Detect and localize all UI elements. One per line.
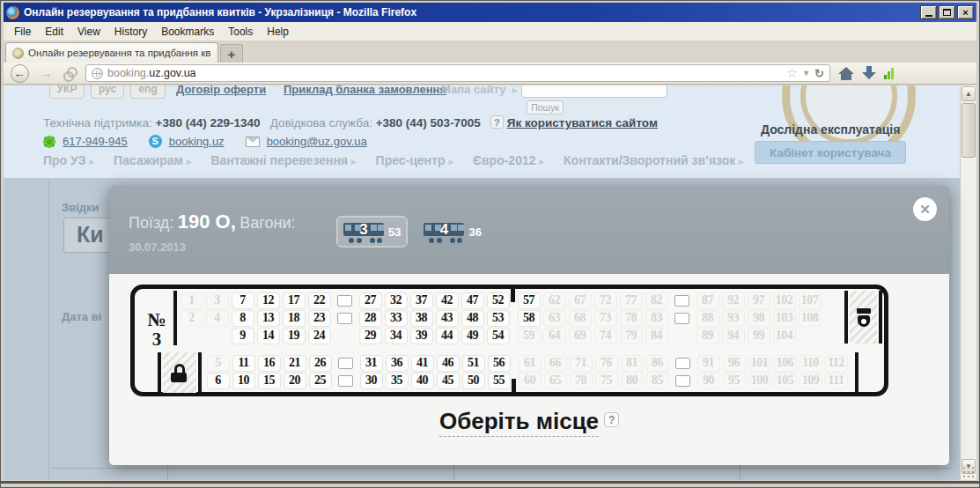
site-nav-item-2[interactable]: Вантажні перевезення▸ bbox=[210, 153, 356, 167]
sitemap-link[interactable]: Мапа сайту ▸ bbox=[441, 85, 518, 96]
menu-file[interactable]: File bbox=[7, 24, 38, 40]
menu-help[interactable]: Help bbox=[260, 24, 296, 40]
seat-24[interactable]: 24 bbox=[308, 328, 331, 344]
seat-23[interactable]: 23 bbox=[308, 310, 331, 327]
site-nav-item-3[interactable]: Прес-центр▸ bbox=[376, 153, 453, 167]
browser-tab[interactable]: Онлайн резервування та придбання квит... bbox=[5, 42, 218, 63]
wagon-button-4[interactable]: 436 bbox=[416, 216, 488, 248]
seat-37[interactable]: 37 bbox=[410, 292, 433, 309]
menu-tools[interactable]: Tools bbox=[221, 24, 260, 40]
back-button[interactable]: ← bbox=[11, 64, 29, 83]
seat-25[interactable]: 25 bbox=[309, 373, 332, 389]
seat-checkbox[interactable] bbox=[672, 358, 695, 369]
seat-33[interactable]: 33 bbox=[385, 310, 408, 327]
seat-11[interactable]: 11 bbox=[232, 355, 255, 372]
seat-46[interactable]: 46 bbox=[437, 355, 460, 372]
scroll-up-button[interactable]: ▲ bbox=[962, 86, 976, 101]
seat-30[interactable]: 30 bbox=[360, 373, 383, 389]
minimize-button[interactable] bbox=[920, 5, 937, 19]
seat-7[interactable]: 7 bbox=[232, 292, 254, 309]
seat-51[interactable]: 51 bbox=[462, 355, 485, 372]
seat-43[interactable]: 43 bbox=[436, 310, 459, 327]
seat-22[interactable]: 22 bbox=[308, 292, 331, 309]
seat-checkbox[interactable] bbox=[334, 313, 357, 324]
seat-42[interactable]: 42 bbox=[436, 292, 459, 309]
menu-bookmarks[interactable]: Bookmarks bbox=[154, 24, 221, 40]
home-button[interactable] bbox=[838, 67, 854, 80]
offer-contract-link[interactable]: Договір оферти bbox=[176, 85, 266, 96]
site-nav-item-4[interactable]: Євро-2012▸ bbox=[473, 153, 544, 167]
seat-54[interactable]: 54 bbox=[487, 328, 510, 344]
seat-36[interactable]: 36 bbox=[386, 355, 409, 372]
seat-13[interactable]: 13 bbox=[257, 310, 280, 327]
lang-button-ukr[interactable]: УКР bbox=[49, 85, 85, 99]
seat-29[interactable]: 29 bbox=[359, 328, 382, 344]
seat-52[interactable]: 52 bbox=[487, 292, 510, 309]
seat-44[interactable]: 44 bbox=[436, 328, 459, 344]
how-to-use-link[interactable]: Як користуватися сайтом bbox=[507, 116, 658, 129]
seat-14[interactable]: 14 bbox=[257, 328, 280, 344]
site-nav-item-0[interactable]: Про УЗ▸ bbox=[43, 153, 94, 167]
seat-21[interactable]: 21 bbox=[284, 355, 306, 372]
url-bar[interactable]: booking.uz.gov.ua ☆ ▼ ↻ bbox=[85, 64, 830, 82]
close-window-button[interactable]: × bbox=[957, 5, 974, 19]
seat-checkbox[interactable] bbox=[335, 375, 357, 387]
seat-48[interactable]: 48 bbox=[461, 310, 484, 327]
seat-47[interactable]: 47 bbox=[461, 292, 484, 309]
seat-18[interactable]: 18 bbox=[283, 310, 306, 327]
reload-icon[interactable]: ↻ bbox=[814, 67, 824, 80]
help-question-icon[interactable]: ? bbox=[490, 115, 504, 129]
site-identity-globe-icon[interactable] bbox=[92, 68, 103, 79]
email-link[interactable]: booking@uz.gov.ua bbox=[267, 135, 367, 148]
seat-31[interactable]: 31 bbox=[360, 355, 383, 372]
order-form-example-link[interactable]: Приклад бланка замовлення bbox=[284, 85, 446, 96]
page-scrollbar[interactable]: ▲ ▼ bbox=[960, 85, 976, 480]
seat-9[interactable]: 9 bbox=[232, 328, 254, 344]
wagon-button-3[interactable]: 353 bbox=[336, 216, 408, 248]
lang-button-eng[interactable]: eng bbox=[130, 85, 166, 99]
seat-checkbox[interactable] bbox=[671, 313, 694, 324]
bookmark-star-icon[interactable]: ☆ bbox=[786, 65, 798, 81]
new-tab-button[interactable]: + bbox=[220, 44, 243, 63]
seat-32[interactable]: 32 bbox=[385, 292, 408, 309]
url-text[interactable]: booking.uz.gov.ua bbox=[107, 67, 782, 79]
seat-45[interactable]: 45 bbox=[437, 373, 460, 389]
seat-12[interactable]: 12 bbox=[257, 292, 280, 309]
download-button[interactable] bbox=[862, 66, 876, 80]
seat-56[interactable]: 56 bbox=[488, 355, 511, 372]
seat-40[interactable]: 40 bbox=[411, 373, 434, 389]
seat-16[interactable]: 16 bbox=[258, 355, 281, 372]
seat-6[interactable]: 6 bbox=[207, 373, 230, 389]
seat-26[interactable]: 26 bbox=[309, 355, 332, 372]
title-bar[interactable]: Онлайн резервування та придбання квитків… bbox=[4, 3, 976, 22]
seat-checkbox[interactable] bbox=[672, 375, 695, 387]
skype-link[interactable]: booking.uz bbox=[169, 135, 225, 148]
icq-number-link[interactable]: 617-949-945 bbox=[63, 135, 128, 148]
seat-27[interactable]: 27 bbox=[359, 292, 382, 309]
seat-28[interactable]: 28 bbox=[359, 310, 382, 327]
seat-19[interactable]: 19 bbox=[283, 328, 306, 344]
seat-38[interactable]: 38 bbox=[410, 310, 433, 327]
seat-20[interactable]: 20 bbox=[284, 373, 306, 389]
seat-15[interactable]: 15 bbox=[258, 373, 281, 389]
menu-view[interactable]: View bbox=[70, 24, 107, 40]
seat-50[interactable]: 50 bbox=[462, 373, 485, 389]
menu-edit[interactable]: Edit bbox=[38, 24, 70, 40]
resize-grip[interactable] bbox=[962, 465, 976, 479]
seat-49[interactable]: 49 bbox=[461, 328, 484, 344]
user-cabinet-button[interactable]: Кабінет користувача bbox=[755, 141, 906, 164]
seat-17[interactable]: 17 bbox=[283, 292, 306, 309]
maximize-button[interactable] bbox=[939, 5, 955, 19]
seat-35[interactable]: 35 bbox=[386, 373, 409, 389]
seat-58[interactable]: 58 bbox=[518, 310, 541, 327]
site-nav-item-5[interactable]: Контакти/Зворотний зв’язок▸ bbox=[564, 153, 744, 167]
signal-bars-icon[interactable] bbox=[884, 67, 894, 79]
scrollbar-thumb[interactable] bbox=[962, 103, 976, 158]
menu-history[interactable]: History bbox=[107, 24, 154, 40]
seat-checkbox[interactable] bbox=[335, 358, 357, 369]
seat-checkbox[interactable] bbox=[334, 295, 357, 307]
seat-help-icon[interactable]: ? bbox=[604, 412, 619, 427]
seat-34[interactable]: 34 bbox=[385, 328, 408, 344]
seat-57[interactable]: 57 bbox=[518, 292, 541, 309]
url-dropdown-icon[interactable]: ▼ bbox=[802, 69, 810, 78]
